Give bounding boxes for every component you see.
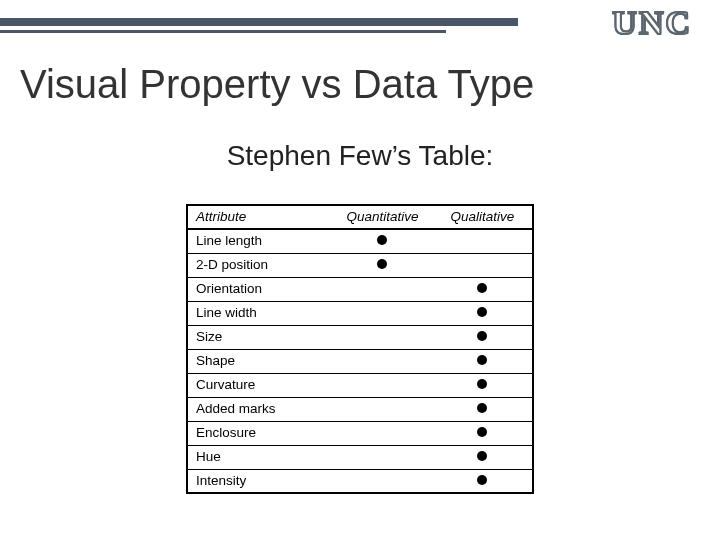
qualitative-cell xyxy=(433,229,533,253)
dot-icon xyxy=(377,259,387,269)
qualitative-cell xyxy=(433,445,533,469)
attribute-cell: Size xyxy=(187,325,332,349)
table-row: Curvature xyxy=(187,373,533,397)
quantitative-cell xyxy=(332,469,432,493)
table-row: Added marks xyxy=(187,397,533,421)
qualitative-cell xyxy=(433,421,533,445)
quantitative-cell xyxy=(332,253,432,277)
quantitative-cell xyxy=(332,397,432,421)
col-quantitative: Quantitative xyxy=(332,205,432,229)
dot-icon xyxy=(477,427,487,437)
attribute-cell: Shape xyxy=(187,349,332,373)
table-row: Line width xyxy=(187,301,533,325)
header-row: Attribute Quantitative Qualitative xyxy=(187,205,533,229)
table-row: Size xyxy=(187,325,533,349)
dot-icon xyxy=(477,283,487,293)
quantitative-cell xyxy=(332,373,432,397)
quantitative-cell xyxy=(332,301,432,325)
quantitative-cell xyxy=(332,445,432,469)
dot-icon xyxy=(477,355,487,365)
attribute-cell: Line width xyxy=(187,301,332,325)
attribute-cell: Hue xyxy=(187,445,332,469)
qualitative-cell xyxy=(433,277,533,301)
quantitative-cell xyxy=(332,349,432,373)
attribute-cell: Orientation xyxy=(187,277,332,301)
dot-icon xyxy=(477,379,487,389)
table-row: 2-D position xyxy=(187,253,533,277)
table-row: Orientation xyxy=(187,277,533,301)
table-row: Hue xyxy=(187,445,533,469)
col-qualitative: Qualitative xyxy=(433,205,533,229)
col-attribute: Attribute xyxy=(187,205,332,229)
table-row: Enclosure xyxy=(187,421,533,445)
quantitative-cell xyxy=(332,325,432,349)
qualitative-cell xyxy=(433,349,533,373)
few-table: Attribute Quantitative Qualitative Line … xyxy=(186,204,534,494)
qualitative-cell xyxy=(433,325,533,349)
dot-icon xyxy=(377,235,387,245)
attribute-cell: 2-D position xyxy=(187,253,332,277)
slide: UNC Visual Property vs Data Type Stephen… xyxy=(0,0,720,540)
qualitative-cell xyxy=(433,253,533,277)
qualitative-cell xyxy=(433,469,533,493)
dot-icon xyxy=(477,451,487,461)
qualitative-cell xyxy=(433,373,533,397)
header-bar-thin xyxy=(0,30,446,33)
quantitative-cell xyxy=(332,421,432,445)
table-body: Line length2-D positionOrientationLine w… xyxy=(187,229,533,493)
attribute-cell: Line length xyxy=(187,229,332,253)
attribute-cell: Enclosure xyxy=(187,421,332,445)
quantitative-cell xyxy=(332,277,432,301)
page-subtitle: Stephen Few’s Table: xyxy=(0,140,720,172)
attribute-cell: Intensity xyxy=(187,469,332,493)
dot-icon xyxy=(477,403,487,413)
dot-icon xyxy=(477,307,487,317)
page-title: Visual Property vs Data Type xyxy=(20,62,534,107)
table-row: Shape xyxy=(187,349,533,373)
dot-icon xyxy=(477,331,487,341)
brand-logo: UNC xyxy=(612,4,692,42)
attribute-cell: Curvature xyxy=(187,373,332,397)
attribute-table: Attribute Quantitative Qualitative Line … xyxy=(186,204,534,494)
attribute-cell: Added marks xyxy=(187,397,332,421)
header-bar-thick xyxy=(0,18,518,26)
quantitative-cell xyxy=(332,229,432,253)
table-row: Intensity xyxy=(187,469,533,493)
table-row: Line length xyxy=(187,229,533,253)
dot-icon xyxy=(477,475,487,485)
qualitative-cell xyxy=(433,397,533,421)
qualitative-cell xyxy=(433,301,533,325)
